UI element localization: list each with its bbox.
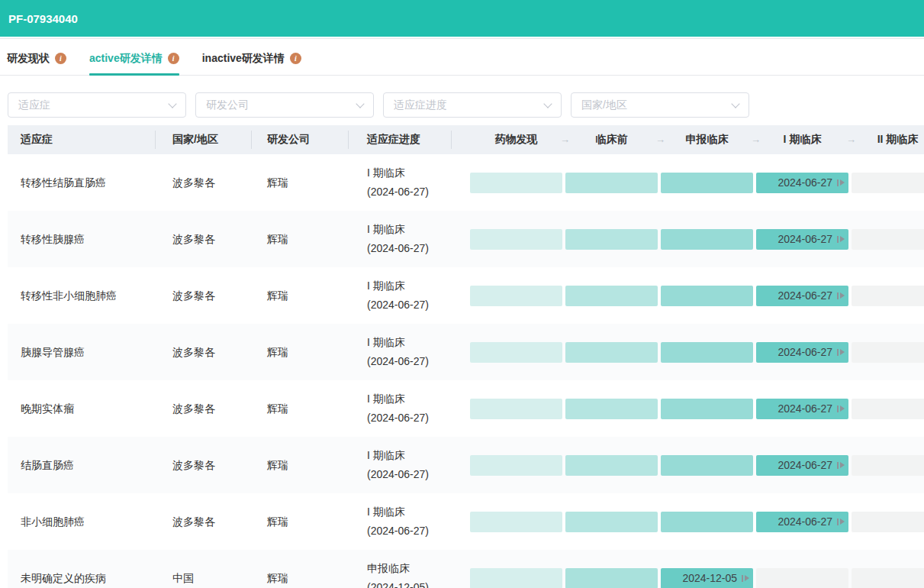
- info-icon[interactable]: i: [168, 53, 179, 64]
- stage-progress-bar: 2024-06-27: [452, 229, 924, 250]
- stage-segment-4: [852, 173, 924, 193]
- select-placeholder: 国家/地区: [581, 99, 627, 112]
- expand-icon: [837, 519, 845, 525]
- stage-date-label: 2024-06-27: [778, 233, 832, 245]
- column-header-2: 研发公司: [252, 125, 349, 154]
- stage-date-label: 2024-12-05: [682, 572, 737, 584]
- cell-region: 波多黎各: [156, 288, 252, 303]
- stage-segment-4: [852, 342, 924, 363]
- cell-company: 辉瑞: [252, 288, 349, 303]
- progress-stage-text: I 期临床: [367, 389, 452, 409]
- stage-header-3: I 期临床→: [756, 133, 848, 147]
- stage-date-chip[interactable]: 2024-06-27: [756, 512, 848, 532]
- stage-progress-bar: 2024-06-27: [452, 512, 924, 532]
- pipeline-table: 适应症国家/地区研发公司适应症进度药物发现→临床前→申报临床→I 期临床→II …: [8, 125, 924, 588]
- cell-region: 波多黎各: [156, 401, 252, 416]
- expand-icon: [837, 179, 845, 186]
- stage-date-label: 2024-06-27: [778, 289, 832, 302]
- stage-segment-0: [470, 229, 562, 250]
- stage-date-chip[interactable]: 2024-06-27: [756, 342, 848, 363]
- progress-stage-text: I 期临床: [367, 333, 452, 352]
- cell-company: 辉瑞: [252, 401, 349, 416]
- cell-indication: 转移性结肠直肠癌: [8, 175, 156, 190]
- chevron-down-icon: [356, 99, 364, 108]
- stage-date-label: 2024-06-27: [778, 459, 832, 471]
- select-placeholder: 适应症进度: [394, 99, 447, 112]
- progress-date-text: (2024-06-27): [367, 465, 452, 484]
- stage-header-label: I 期临床: [784, 133, 822, 145]
- column-divider: [451, 131, 452, 149]
- progress-stage-text: I 期临床: [367, 163, 452, 183]
- stage-segment-4: [852, 512, 924, 532]
- stage-date-chip[interactable]: 2024-06-27: [756, 455, 848, 476]
- stage-segment-2: [661, 286, 753, 306]
- stage-date-chip[interactable]: 2024-06-27: [756, 229, 848, 250]
- stage-progress-bar: 2024-06-27: [452, 173, 924, 193]
- app-window: PF-07934040 研发现状 i active研发详情 i inactive…: [0, 0, 924, 588]
- info-icon[interactable]: i: [55, 53, 66, 64]
- stage-segment-4: [852, 399, 924, 419]
- stage-date-label: 2024-06-27: [778, 402, 832, 415]
- stage-header-label: II 期临床: [877, 133, 919, 145]
- progress-stage-text: I 期临床: [367, 502, 452, 522]
- cell-indication: 未明确定义的疾病: [8, 570, 156, 586]
- column-header-3: 适应症进度: [349, 125, 452, 154]
- cell-indication: 非小细胞肺癌: [8, 514, 156, 529]
- tab-status[interactable]: 研发现状 i: [7, 42, 66, 75]
- cell-region: 中国: [156, 570, 252, 586]
- filter-select-company[interactable]: 研发公司: [195, 92, 374, 118]
- cell-progress: 申报临床 (2024-12-05): [349, 559, 452, 588]
- tab-inactive[interactable]: inactive研发详情 i: [202, 42, 301, 75]
- stage-segment-1: [565, 173, 658, 193]
- chevron-down-icon: [731, 99, 739, 108]
- filter-select-region[interactable]: 国家/地区: [571, 92, 749, 118]
- column-header-label: 适应症进度: [367, 133, 420, 147]
- chevron-down-icon: [543, 99, 552, 108]
- progress-date-text: (2024-06-27): [367, 239, 452, 258]
- table-row: 转移性非小细胞肺癌 波多黎各 辉瑞 I 期临床 (2024-06-27) 202…: [8, 267, 924, 324]
- cell-progress: I 期临床 (2024-06-27): [349, 502, 452, 541]
- cell-company: 辉瑞: [252, 570, 349, 586]
- stage-date-chip[interactable]: 2024-06-27: [756, 173, 848, 193]
- progress-date-text: (2024-06-27): [367, 352, 452, 371]
- stage-segment-2: [661, 229, 753, 250]
- stage-segment-2: [661, 455, 753, 476]
- cell-company: 辉瑞: [252, 514, 349, 529]
- stage-segment-0: [470, 173, 562, 193]
- cell-progress: I 期临床 (2024-06-27): [349, 333, 452, 371]
- progress-date-text: (2024-06-27): [367, 296, 452, 315]
- stage-segment-1: [565, 512, 658, 532]
- table-body: 转移性结肠直肠癌 波多黎各 辉瑞 I 期临床 (2024-06-27) 2024…: [8, 154, 924, 588]
- expand-icon: [742, 575, 749, 582]
- stage-date-label: 2024-06-27: [778, 515, 832, 528]
- column-header-0: 适应症: [8, 125, 156, 154]
- tab-label: 研发现状: [7, 52, 50, 66]
- info-icon[interactable]: i: [290, 53, 301, 64]
- stage-date-chip[interactable]: 2024-12-05: [661, 568, 753, 588]
- table-row: 未明确定义的疾病 中国 辉瑞 申报临床 (2024-12-05) 2024-12…: [8, 550, 924, 588]
- tab-active[interactable]: active研发详情 i: [89, 42, 179, 75]
- stage-date-label: 2024-06-27: [778, 176, 832, 189]
- cell-region: 波多黎各: [156, 457, 252, 473]
- column-header-label: 国家/地区: [172, 133, 218, 147]
- stage-header-1: 临床前→: [565, 133, 658, 147]
- stage-segment-1: [565, 286, 658, 306]
- stage-header-label: 申报临床: [686, 133, 729, 145]
- filter-select-indication[interactable]: 适应症: [8, 92, 186, 118]
- filter-select-progress[interactable]: 适应症进度: [383, 92, 562, 118]
- page-title: PF-07934040: [8, 12, 78, 25]
- stage-header-group: 药物发现→临床前→申报临床→I 期临床→II 期临床: [452, 125, 924, 154]
- stage-date-chip[interactable]: 2024-06-27: [756, 399, 848, 419]
- stage-segment-1: [565, 399, 658, 419]
- stage-segment-2: [661, 173, 753, 193]
- cell-indication: 结肠直肠癌: [8, 457, 156, 473]
- stage-date-chip[interactable]: 2024-06-27: [756, 286, 848, 306]
- expand-icon: [837, 405, 845, 412]
- cell-progress: I 期临床 (2024-06-27): [349, 220, 452, 258]
- filter-bar: 适应症 研发公司 适应症进度 国家/地区: [0, 76, 924, 118]
- tab-label: active研发详情: [89, 52, 163, 66]
- stage-segment-2: [661, 342, 753, 363]
- stage-header-label: 药物发现: [495, 133, 538, 145]
- progress-date-text: (2024-06-27): [367, 522, 452, 541]
- table-row: 转移性胰腺癌 波多黎各 辉瑞 I 期临床 (2024-06-27) 2024-0…: [8, 211, 924, 267]
